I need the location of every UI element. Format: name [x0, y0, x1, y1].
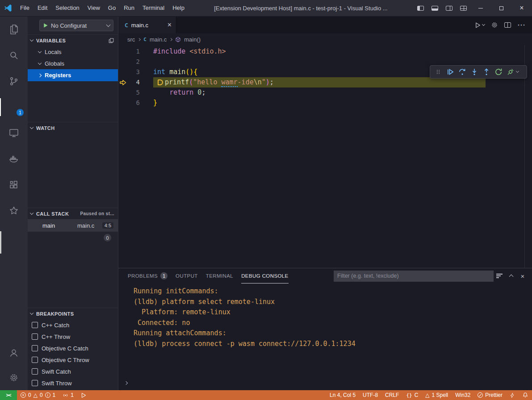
launch-config-dropdown[interactable]: No Configurat — [39, 20, 113, 31]
activity-remote-explorer[interactable] — [0, 120, 28, 146]
toggle-secondary-sidebar-icon[interactable] — [442, 0, 456, 16]
breakpoint-checkbox[interactable] — [32, 368, 38, 375]
eol-indicator[interactable]: CRLF — [381, 390, 402, 400]
zap-icon — [510, 392, 515, 398]
panel-tab-debug-console[interactable]: DEBUG CONSOLE — [241, 268, 289, 283]
breakpoint-checkbox[interactable] — [32, 333, 38, 340]
breakpoint-row[interactable]: Objective C Catch — [28, 342, 118, 354]
callstack-badge: 0 — [104, 234, 111, 242]
problems-status[interactable]: ×0 △0 i1 — [17, 390, 59, 400]
breakpoint-checkbox[interactable] — [32, 345, 38, 351]
breadcrumb-folder[interactable]: src — [127, 36, 135, 43]
menu-go[interactable]: Go — [104, 0, 120, 16]
disconnect-button[interactable] — [504, 66, 516, 78]
callstack-frame[interactable]: main main.c 4:5 — [28, 219, 118, 232]
cursor-position[interactable]: Ln 4, Col 5 — [326, 390, 359, 400]
spell-status[interactable]: △ 1 Spell — [422, 390, 452, 400]
menu-help[interactable]: Help — [168, 0, 189, 16]
platform-indicator[interactable]: Win32 — [452, 390, 474, 400]
restart-button[interactable] — [492, 66, 504, 78]
zap-status[interactable] — [506, 390, 519, 400]
breakpoint-row[interactable]: C++ Throw — [28, 331, 118, 342]
menu-file[interactable]: File — [16, 0, 34, 16]
breakpoint-row[interactable]: C++ Catch — [28, 319, 118, 331]
menu-view[interactable]: View — [84, 0, 104, 16]
code-line[interactable]: 5 return 0; — [118, 88, 532, 98]
breadcrumb-symbol[interactable]: main() — [184, 36, 201, 43]
panel-tab-terminal[interactable]: TERMINAL — [206, 268, 233, 283]
code-editor[interactable]: 1#include <stdio.h>23int main(){4 printf… — [118, 45, 532, 268]
variables-item-globals[interactable]: Globals — [28, 58, 118, 69]
activity-run-debug[interactable]: 1 — [0, 94, 28, 120]
breakpoint-checkbox[interactable] — [32, 322, 38, 328]
maximize-panel-icon[interactable] — [505, 270, 517, 282]
close-panel-icon[interactable]: × — [517, 270, 528, 282]
filter-icon[interactable] — [494, 270, 505, 282]
code-line[interactable]: 1#include <stdio.h> — [118, 46, 532, 57]
toolbar-drag-handle[interactable] — [432, 66, 444, 78]
close-tab-icon[interactable]: × — [168, 21, 172, 29]
settings-button[interactable] — [0, 365, 28, 390]
collapse-all-icon[interactable] — [108, 38, 114, 44]
code-line[interactable]: 6} — [118, 98, 532, 108]
gutter-pad — [140, 98, 153, 108]
menu-terminal[interactable]: Terminal — [138, 0, 168, 16]
notifications-bell[interactable] — [519, 390, 532, 400]
activity-docker[interactable] — [0, 146, 28, 172]
breakpoints-section-header[interactable]: BREAKPOINTS — [28, 308, 118, 319]
console-filter-input[interactable] — [334, 271, 494, 282]
toggle-sidebar-icon[interactable] — [413, 0, 427, 16]
remote-explorer-icon — [8, 128, 19, 138]
encoding-indicator[interactable]: UTF-8 — [359, 390, 381, 400]
activity-search[interactable] — [0, 42, 28, 68]
menu-run[interactable]: Run — [120, 0, 138, 16]
formatter-status[interactable]: Prettier — [474, 390, 506, 400]
console-output[interactable]: Running initCommands:(lldb) platform sel… — [118, 283, 532, 390]
activity-explorer[interactable] — [0, 17, 28, 42]
prettier-icon — [478, 392, 483, 398]
language-mode[interactable]: {} C — [402, 390, 422, 400]
activity-source-control[interactable] — [0, 68, 28, 94]
activity-marketplace[interactable] — [0, 198, 28, 224]
more-actions-button[interactable]: ⋯ — [517, 20, 526, 30]
watch-section-header[interactable]: WATCH — [28, 122, 118, 133]
code-line[interactable]: 4 printf("hello wamr-ide\n"); — [118, 77, 532, 88]
variables-section-header[interactable]: VARIABLES — [28, 34, 118, 46]
toolbar-more-dropdown[interactable] — [516, 71, 521, 72]
remote-indicator[interactable]: >< — [0, 390, 17, 400]
close-button[interactable]: × — [511, 0, 532, 16]
panel-tab-problems[interactable]: PROBLEMS1 — [128, 268, 168, 283]
menu-edit[interactable]: Edit — [34, 0, 51, 16]
breakpoint-row[interactable]: Swift Throw — [28, 377, 118, 389]
activity-extensions[interactable] — [0, 172, 28, 198]
breakpoint-checkbox[interactable] — [32, 380, 38, 386]
breakpoints-list: C++ CatchC++ ThrowObjective C CatchObjec… — [28, 319, 118, 389]
panel-tab-output[interactable]: OUTPUT — [176, 268, 198, 283]
callstack-section-header[interactable]: CALL STACK Paused on st... — [28, 208, 118, 219]
breakpoint-row[interactable]: Swift Catch — [28, 366, 118, 377]
account-button[interactable] — [0, 340, 28, 365]
step-over-button[interactable] — [456, 66, 468, 78]
start-debugging-icon[interactable] — [43, 23, 48, 28]
breakpoint-checkbox[interactable] — [32, 357, 38, 363]
console-input-chevron[interactable] — [125, 378, 127, 386]
editor-settings-button[interactable] — [491, 21, 498, 29]
maximize-button[interactable] — [491, 0, 511, 16]
variables-item-registers[interactable]: Registers — [28, 69, 118, 81]
ports-status[interactable]: 1 — [59, 390, 77, 400]
debug-status[interactable] — [77, 390, 90, 400]
step-into-button[interactable] — [468, 66, 480, 78]
minimize-button[interactable] — [470, 0, 491, 16]
customize-layout-icon[interactable] — [456, 0, 470, 16]
menu-selection[interactable]: Selection — [51, 0, 83, 16]
variables-item-locals[interactable]: Locals — [28, 46, 118, 58]
breadcrumb-file[interactable]: main.c — [150, 36, 167, 43]
continue-button[interactable] — [444, 66, 456, 78]
breakpoint-row[interactable]: Objective C Throw — [28, 354, 118, 366]
tab-main-c[interactable]: C main.c × — [118, 17, 176, 33]
run-file-button[interactable] — [474, 22, 485, 29]
inline-breakpoint-icon[interactable] — [158, 79, 163, 85]
split-editor-button[interactable] — [504, 22, 511, 28]
step-out-button[interactable] — [480, 66, 492, 78]
toggle-panel-icon[interactable] — [427, 0, 442, 16]
